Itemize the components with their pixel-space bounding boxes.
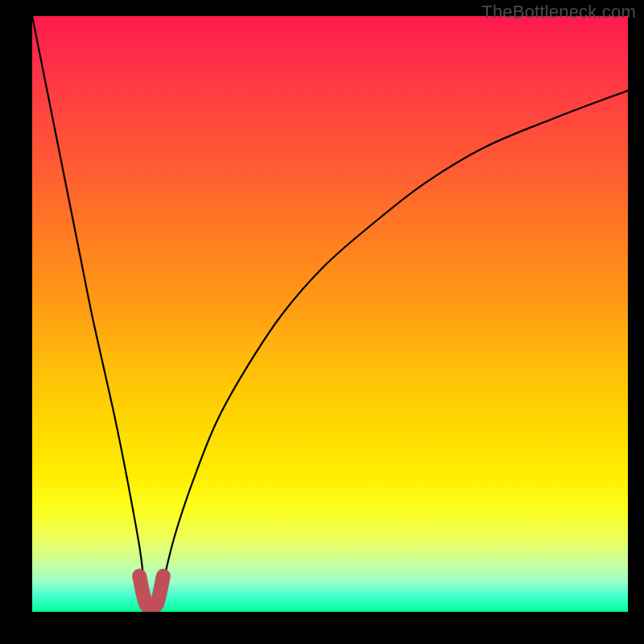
curve-line [32,16,628,609]
curve-layer [32,16,628,612]
marker-line [139,576,163,609]
marker-band [139,576,163,609]
plot-area [32,16,628,612]
chart-frame: TheBottleneck.com [0,0,644,644]
bottleneck-curve [32,16,628,609]
watermark-text: TheBottleneck.com [481,2,636,23]
